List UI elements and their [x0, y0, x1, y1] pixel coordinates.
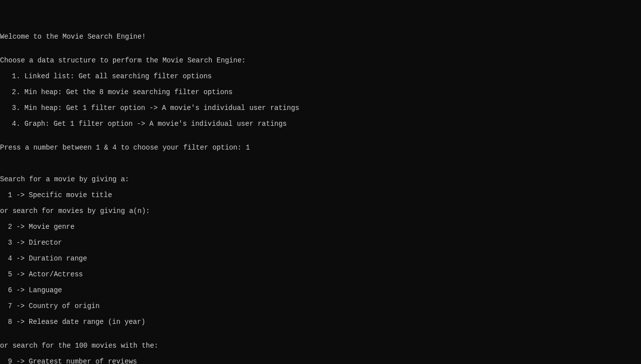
search-opt-5: 5 -> Actor/Actress: [0, 270, 641, 278]
search-header-2: or search for movies by giving a(n):: [0, 207, 641, 215]
welcome-text: Welcome to the Movie Search Engine!: [0, 33, 641, 41]
ds-option-4: 4. Graph: Get 1 filter option -> A movie…: [0, 120, 641, 128]
ds-input-line[interactable]: Press a number between 1 & 4 to choose y…: [0, 144, 641, 152]
ds-prompt: Choose a data structure to perform the M…: [0, 56, 641, 64]
search-opt-1: 1 -> Specific movie title: [0, 191, 641, 199]
search-opt-9: 9 -> Greatest number of reviews: [0, 358, 641, 364]
ds-option-1: 1. Linked list: Get all searching filter…: [0, 72, 641, 80]
search-opt-6: 6 -> Language: [0, 286, 641, 294]
search-opt-7: 7 -> Country of origin: [0, 302, 641, 310]
search-opt-2: 2 -> Movie genre: [0, 223, 641, 231]
ds-option-2: 2. Min heap: Get the 8 movie searching f…: [0, 88, 641, 96]
search-opt-8: 8 -> Release date range (in year): [0, 318, 641, 326]
search-opt-3: 3 -> Director: [0, 239, 641, 247]
search-header-3: or search for the 100 movies with the:: [0, 342, 641, 350]
search-header-1: Search for a movie by giving a:: [0, 175, 641, 183]
search-opt-4: 4 -> Duration range: [0, 255, 641, 262]
ds-option-3: 3. Min heap: Get 1 filter option -> A mo…: [0, 104, 641, 112]
